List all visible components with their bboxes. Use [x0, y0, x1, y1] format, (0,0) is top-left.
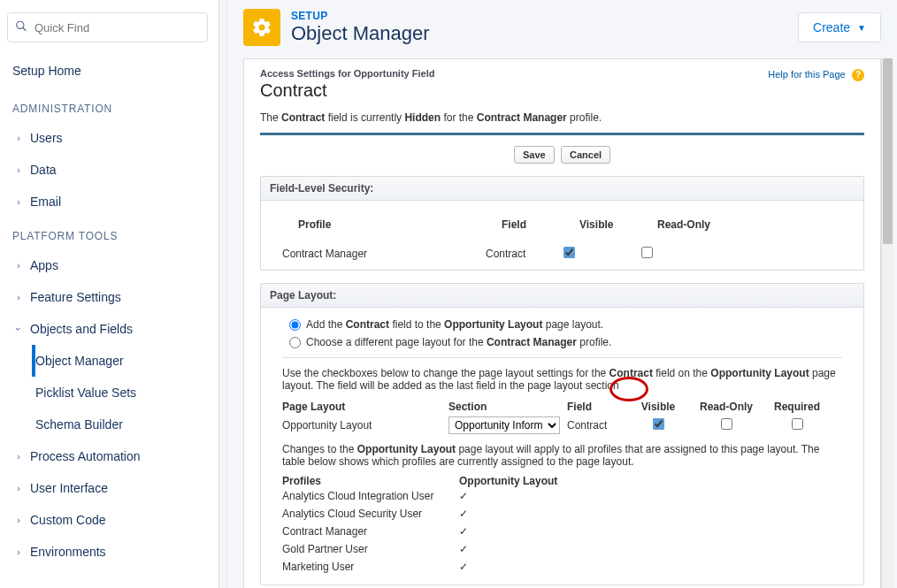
profile-row: Contract Manager✓: [282, 523, 842, 540]
profiles-col2: Opportunity Layout: [459, 475, 601, 487]
radio-choose-layout[interactable]: [289, 337, 301, 348]
page-layout-panel: Page Layout: Add the Contract field to t…: [260, 283, 864, 585]
setup-sidebar: Setup Home ADMINISTRATION ›Users ›Data ›…: [0, 0, 219, 588]
pl-col-visible: Visible: [625, 401, 691, 413]
nav-picklist-value-sets[interactable]: Picklist Value Sets: [32, 377, 218, 409]
radio-choose-label: Choose a different page layout for the C…: [306, 336, 611, 348]
nav-label: User Interface: [30, 481, 108, 495]
platform-section-title: PLATFORM TOOLS: [0, 218, 218, 249]
nav-label: Object Manager: [35, 354, 124, 368]
nav-label: Users: [30, 131, 63, 145]
nav-user-interface[interactable]: ›User Interface: [0, 472, 218, 504]
pl-col-readonly: Read-Only: [691, 401, 762, 413]
chevron-right-icon: ›: [12, 515, 25, 525]
nav-custom-code[interactable]: ›Custom Code: [0, 504, 218, 536]
section-select[interactable]: Opportunity Information: [448, 416, 560, 434]
nav-label: Data: [30, 163, 57, 177]
pl-col-required: Required: [762, 401, 832, 413]
fls-col-visible: Visible: [579, 218, 657, 231]
admin-section-title: ADMINISTRATION: [0, 90, 218, 122]
chevron-right-icon: ›: [12, 292, 25, 302]
chevron-right-icon: ›: [12, 483, 25, 493]
fls-field-value: Contract: [486, 248, 564, 260]
profile-row: Analytics Cloud Integration User✓: [282, 487, 842, 505]
save-button[interactable]: Save: [514, 146, 555, 164]
header-eyebrow: SETUP: [291, 10, 430, 22]
radio-add-label: Add the Contract field to the Opportunit…: [306, 318, 603, 331]
create-button[interactable]: Create ▼: [798, 12, 881, 42]
pl-required-checkbox[interactable]: [792, 418, 803, 430]
radio-add-field[interactable]: [289, 319, 301, 331]
cancel-button[interactable]: Cancel: [561, 146, 610, 164]
scroll-thumb[interactable]: [883, 58, 893, 244]
gear-icon: [243, 9, 280, 46]
svg-point-0: [17, 21, 24, 28]
chevron-right-icon: ›: [12, 133, 25, 143]
nav-label: Schema Builder: [35, 417, 123, 431]
pl-col-field: Field: [567, 401, 625, 413]
nav-apps[interactable]: ›Apps: [0, 249, 218, 281]
nav-label: Objects and Fields: [30, 322, 133, 336]
nav-process-automation[interactable]: ›Process Automation: [0, 440, 218, 472]
status-line: The Contract field is currently Hidden f…: [260, 111, 864, 124]
pl-layout-value: Opportunity Layout: [282, 419, 448, 431]
nav-label: Email: [30, 195, 61, 209]
fls-visible-checkbox[interactable]: [564, 247, 575, 258]
page-title: Object Manager: [291, 22, 430, 45]
nav-data[interactable]: ›Data: [0, 154, 218, 186]
breadcrumb: Access Settings for Opportunity Field: [260, 68, 434, 79]
quick-find-input[interactable]: [7, 12, 208, 42]
nav-feature-settings[interactable]: ›Feature Settings: [0, 281, 218, 313]
pl-col-section: Section: [448, 401, 567, 413]
nav-label: Feature Settings: [30, 290, 121, 304]
create-label: Create: [813, 20, 850, 34]
search-icon: [15, 20, 27, 35]
setup-home-link[interactable]: Setup Home: [0, 55, 218, 87]
profile-row: Marketing User✓: [282, 558, 842, 576]
chevron-right-icon: ›: [12, 451, 25, 462]
chevron-down-icon: ›: [13, 323, 24, 335]
nav-label: Picklist Value Sets: [35, 386, 136, 400]
profile-row: Gold Partner User✓: [282, 540, 842, 558]
fls-profile-value: Contract Manager: [282, 248, 486, 260]
nav-label: Process Automation: [30, 449, 141, 463]
nav-label: Apps: [30, 258, 58, 272]
help-link[interactable]: Help for this Page: [768, 69, 845, 80]
fls-col-profile: Profile: [298, 218, 502, 231]
classic-iframe: Access Settings for Opportunity Field Co…: [243, 58, 881, 588]
pl-col-layout: Page Layout: [282, 401, 448, 413]
nav-label: Environments: [30, 545, 106, 559]
nav-object-manager[interactable]: Object Manager: [32, 345, 218, 377]
fls-col-readonly: Read-Only: [657, 218, 735, 231]
nav-email[interactable]: ›Email: [0, 186, 218, 218]
chevron-right-icon: ›: [12, 164, 25, 175]
chevron-right-icon: ›: [12, 260, 25, 271]
page-header: SETUP Object Manager Create ▼: [227, 0, 897, 58]
chevron-right-icon: ›: [12, 546, 25, 557]
chevron-right-icon: ›: [12, 196, 25, 207]
content-scrollbar[interactable]: [881, 58, 893, 588]
pl-hint: Use the checkboxes below to change the p…: [282, 367, 842, 392]
nav-environments[interactable]: ›Environments: [0, 536, 218, 568]
profiles-col1: Profiles: [282, 475, 459, 487]
pl-visible-checkbox[interactable]: [653, 418, 664, 430]
svg-line-1: [23, 27, 27, 31]
fls-col-field: Field: [502, 218, 579, 231]
fls-readonly-checkbox[interactable]: [641, 247, 653, 258]
pl-note: Changes to the Opportunity Layout page l…: [282, 443, 842, 468]
pl-field-value: Contract: [567, 419, 625, 431]
nav-schema-builder[interactable]: Schema Builder: [32, 409, 218, 440]
nav-label: Custom Code: [30, 513, 106, 527]
pl-panel-header: Page Layout:: [261, 284, 863, 308]
help-icon[interactable]: ?: [852, 69, 864, 81]
nav-objects-and-fields[interactable]: ›Objects and Fields: [0, 313, 218, 345]
fls-panel-header: Field-Level Security:: [261, 177, 863, 201]
classic-page-title: Contract: [260, 80, 434, 101]
profile-row: Analytics Cloud Security User✓: [282, 505, 842, 523]
nav-users[interactable]: ›Users: [0, 122, 218, 154]
caret-down-icon: ▼: [857, 23, 866, 33]
fls-panel: Field-Level Security: Profile Field Visi…: [260, 176, 864, 271]
sidebar-scrollbar[interactable]: [219, 0, 226, 588]
pl-readonly-checkbox[interactable]: [721, 418, 732, 430]
